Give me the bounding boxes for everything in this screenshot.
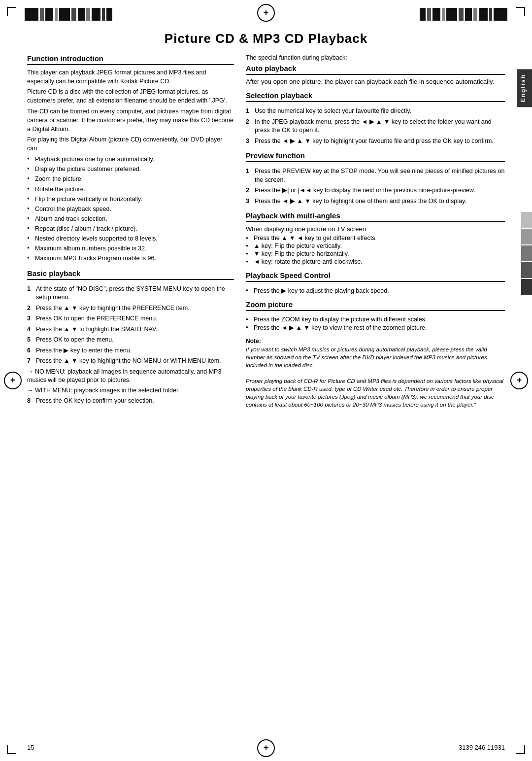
main-columns: Function introduction This player can pl…	[27, 54, 505, 412]
bar	[442, 8, 445, 21]
zoom-bullets: Press the ZOOM key to display the pictur…	[246, 316, 505, 331]
crosshair-left	[4, 372, 22, 389]
function-intro-body: This player can playback JPEG format pic…	[27, 68, 234, 263]
side-tabs	[521, 212, 532, 295]
list-item: Playback pictures one by one automatical…	[27, 155, 234, 164]
function-intro-title: Function introduction	[27, 54, 234, 65]
crosshair-top	[257, 4, 275, 22]
selection-playback-title: Selection playback	[246, 91, 505, 102]
step-text: Press the OK key to confirm your selecti…	[36, 397, 154, 406]
bar	[479, 8, 488, 21]
bar	[86, 8, 90, 21]
section-preview-function: Preview function 1Press the PREVIEW key …	[246, 151, 505, 206]
section-function-intro: Function introduction This player can pl…	[27, 54, 234, 263]
list-item: Maximum MP3 Tracks Program mable is 96.	[27, 254, 234, 263]
list-item: Press the ZOOM key to display the pictur…	[246, 316, 505, 323]
step-num: 1	[246, 107, 253, 116]
step-num: 1	[246, 167, 253, 184]
multi-angles-intro: When displaying one picture on TV screen	[246, 225, 505, 233]
step-num: 2	[246, 186, 253, 195]
list-item: 2In the JPEG playback menu, press the ◄ …	[246, 118, 505, 135]
list-item: 2Press the ▶| or |◄◄ key to display the …	[246, 186, 505, 195]
section-multi-angles: Playback with multi-angles When displayi…	[246, 211, 505, 265]
step-num: 1	[27, 285, 34, 302]
bar	[427, 8, 431, 21]
step-text: Press the ▲ ▼ key to highlight the PREFE…	[36, 304, 190, 313]
list-item: Display the picture customer preferred.	[27, 165, 234, 173]
bar	[473, 8, 477, 21]
list-item: Flip the picture vertically or horizonta…	[27, 195, 234, 204]
bar	[446, 8, 457, 21]
preview-steps: 1Press the PREVIEW key at the STOP mode.…	[246, 167, 505, 206]
model-number: 3139 246 11931	[459, 744, 505, 751]
bar	[78, 8, 85, 21]
function-intro-para3: The CD can be burned on every computer, …	[27, 107, 234, 134]
basic-playback-steps: 1At the state of "NO DISC", press the SY…	[27, 285, 234, 366]
list-item: 1At the state of "NO DISC", press the SY…	[27, 285, 234, 302]
step-num: 6	[27, 346, 34, 355]
list-item: 3Press the ◄ ▶ ▲ ▼ key to highlight one …	[246, 197, 505, 206]
list-item: 8 Press the OK key to confirm your selec…	[27, 397, 234, 406]
bar	[106, 8, 112, 21]
english-tab: English	[517, 69, 532, 107]
note-block: Note: If you want to switch MP3 musics o…	[246, 337, 505, 409]
step-num: 4	[27, 325, 34, 334]
list-item: Album and track selection.	[27, 214, 234, 223]
step-num: 7	[27, 357, 34, 366]
bar	[459, 8, 464, 21]
section-playback-speed: Playback Speed Control Press the ▶ key t…	[246, 271, 505, 294]
bar	[465, 8, 472, 21]
bar	[40, 8, 44, 21]
special-function-text: The special function during playback:	[246, 54, 505, 61]
step-text: Press the ▲ ▼ to highlight the SMART NAV…	[36, 325, 158, 334]
arrow-item: → WITH MENU: playback images in the sele…	[27, 386, 234, 395]
barcode-strip-right	[420, 8, 507, 21]
step-text: Press the ▶ key to enter the menu.	[36, 346, 132, 355]
corner-mark-br	[516, 745, 525, 754]
corner-mark-bl	[7, 745, 16, 754]
step-num: 8	[27, 397, 34, 406]
note-para1: If you want to switch MP3 musics or pict…	[246, 346, 487, 368]
selection-steps: 1Use the numerical key to select your fa…	[246, 107, 505, 145]
list-item: Nested directory levels supported to 8 l…	[27, 234, 234, 243]
bar	[92, 8, 100, 21]
list-item: 4Press the ▲ ▼ to highlight the SMART NA…	[27, 325, 234, 334]
auto-playback-title: Auto playback	[246, 64, 505, 75]
corner-mark-tr	[516, 7, 525, 16]
function-intro-para4: For playing this Digital Album (picture …	[27, 135, 234, 153]
side-tab-2	[521, 229, 532, 244]
step-num: 3	[246, 197, 253, 206]
arrow-item: → NO MENU: playback all images in sequen…	[27, 368, 234, 385]
step-num: 2	[27, 304, 34, 313]
section-auto-playback: Auto playback After you open one picture…	[246, 64, 505, 85]
side-tab-3	[521, 245, 532, 261]
side-tab-4	[521, 262, 532, 278]
speed-bullets: Press the ▶ key to adjust the playing ba…	[246, 287, 505, 294]
bar	[489, 8, 492, 21]
list-item: 6Press the ▶ key to enter the menu.	[27, 346, 234, 355]
list-item: Control the playback speed.	[27, 205, 234, 213]
list-item: 7Press the ▲ ▼ key to highlight the NO M…	[27, 357, 234, 366]
note-label: Note:	[246, 338, 261, 345]
left-column: Function introduction This player can pl…	[27, 54, 234, 412]
step-num: 3	[27, 314, 34, 323]
step-num: 5	[27, 336, 34, 345]
playback-speed-title: Playback Speed Control	[246, 271, 505, 282]
side-tab-1	[521, 212, 532, 228]
list-item: Press the ◄ ▶ ▲ ▼ key to view the rest o…	[246, 324, 505, 331]
list-item: Rotate the picture.	[27, 185, 234, 194]
page-number: 15	[27, 744, 34, 751]
list-item: 1Press the PREVIEW key at the STOP mode.…	[246, 167, 505, 184]
list-item: Repeat (disc / album / track / picture).	[27, 224, 234, 233]
list-item: 3Press the ◄ ▶ ▲ ▼ key to highlight your…	[246, 137, 505, 146]
preview-function-title: Preview function	[246, 151, 505, 162]
bar	[55, 8, 58, 21]
list-item: 1Use the numerical key to select your fa…	[246, 107, 505, 116]
step-text: Press the PREVIEW key at the STOP mode. …	[255, 167, 505, 184]
function-intro-para1: This player can playback JPEG format pic…	[27, 68, 234, 86]
step-text: Press OK to open the menu.	[36, 336, 114, 345]
arrow-items: → NO MENU: playback all images in sequen…	[27, 368, 234, 395]
zoom-picture-title: Zoom picture	[246, 300, 505, 311]
list-item: Zoom the picture.	[27, 174, 234, 183]
page-title: Picture CD & MP3 CD Playback	[27, 31, 505, 46]
